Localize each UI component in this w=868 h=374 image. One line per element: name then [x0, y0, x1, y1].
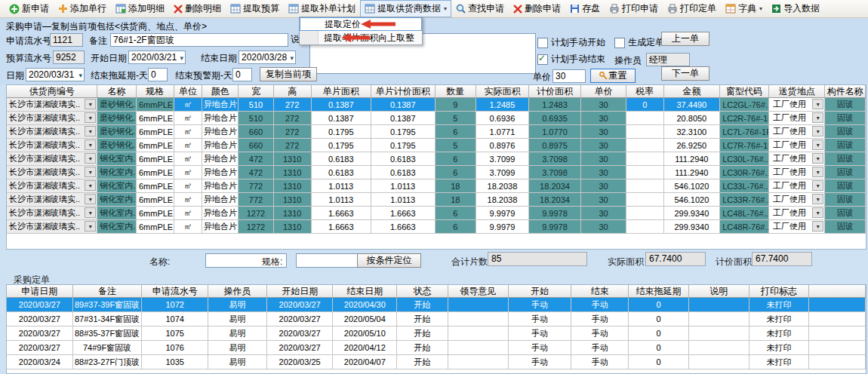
- detail-cell[interactable]: 0.6935: [529, 112, 582, 125]
- detail-row[interactable]: 长沙市潇湘玻璃实..▾钢化室内..6mmPLE...㎡异地合片77213101.…: [7, 193, 866, 207]
- detail-cell[interactable]: 钢化室内..: [97, 179, 137, 193]
- detail-cell[interactable]: 1310: [274, 207, 312, 220]
- orders-column-header[interactable]: 结束: [571, 285, 629, 298]
- detail-cell[interactable]: 6: [436, 220, 477, 234]
- chevron-down-icon[interactable]: ▾: [85, 99, 96, 109]
- orders-column-header[interactable]: 结束拖延期: [629, 285, 689, 298]
- chevron-down-icon[interactable]: ▾: [85, 112, 96, 123]
- detail-cell[interactable]: 1.0770: [529, 125, 582, 139]
- detail-cell[interactable]: 0.6183: [371, 152, 435, 166]
- order-cell[interactable]: 手动: [571, 312, 629, 326]
- orders-column-header[interactable]: 备注: [73, 285, 143, 298]
- detail-cell[interactable]: 18.2034: [529, 193, 582, 207]
- detail-cell[interactable]: 9: [436, 98, 477, 112]
- detail-cell[interactable]: 6: [436, 207, 477, 220]
- chevron-down-icon[interactable]: ▾: [812, 99, 823, 109]
- detail-cell[interactable]: 固玻: [825, 139, 866, 152]
- detail-column-header[interactable]: 税率: [626, 85, 664, 98]
- detail-cell[interactable]: 钢化室内..: [97, 152, 137, 166]
- detail-row[interactable]: 长沙市潇湘玻璃实..▾钢化室内..6mmPLE...㎡异地合片47213100.…: [7, 152, 866, 166]
- detail-cell[interactable]: 1310: [274, 179, 312, 193]
- detail-cell[interactable]: 30: [581, 125, 626, 139]
- orders-column-header[interactable]: 操作员: [208, 285, 267, 298]
- detail-cell[interactable]: ㎡: [174, 112, 203, 125]
- detail-column-header[interactable]: 宽: [239, 85, 274, 98]
- chevron-down-icon[interactable]: ▾: [85, 139, 96, 150]
- detail-cell[interactable]: 工厂使用▾: [769, 166, 826, 179]
- detail-column-header[interactable]: 送货地点: [769, 85, 826, 98]
- detail-cell[interactable]: 5: [436, 139, 477, 152]
- detail-column-header[interactable]: 金额: [664, 85, 721, 98]
- order-cell[interactable]: 1074: [142, 312, 208, 326]
- detail-cell[interactable]: 18.2038: [476, 193, 529, 207]
- detail-column-header[interactable]: 单价: [581, 85, 626, 98]
- detail-cell[interactable]: [626, 179, 664, 193]
- detail-cell[interactable]: ㎡: [174, 166, 203, 179]
- detail-cell[interactable]: 6mmPLE...: [137, 207, 174, 220]
- order-cell[interactable]: 0: [629, 341, 689, 355]
- detail-column-header[interactable]: 单位: [174, 85, 203, 98]
- toolbar-button-3[interactable]: 添加明细: [111, 0, 169, 17]
- order-row[interactable]: 2020/03/2488#23-27F门顶玻1035易明2020/03/2520…: [7, 355, 866, 369]
- order-cell[interactable]: 手动: [571, 355, 629, 369]
- unit-price-input[interactable]: [553, 69, 586, 83]
- detail-cell[interactable]: [626, 220, 664, 234]
- detail-cell[interactable]: 6mmPLE...: [137, 112, 174, 125]
- chevron-down-icon[interactable]: ▾: [812, 207, 823, 218]
- order-cell[interactable]: 2020/03/27: [267, 326, 334, 341]
- detail-column-header[interactable]: 单片面积: [312, 85, 372, 98]
- checkbox-plan-manual-end[interactable]: 计划手动结束: [537, 53, 605, 66]
- order-cell[interactable]: [809, 298, 866, 312]
- detail-cell[interactable]: 272: [274, 112, 312, 125]
- detail-cell[interactable]: 1.6663: [312, 207, 372, 220]
- delay-input[interactable]: 0: [148, 68, 168, 81]
- detail-column-header[interactable]: 数量: [436, 85, 477, 98]
- order-cell[interactable]: [809, 326, 866, 341]
- detail-cell[interactable]: 30: [581, 193, 626, 207]
- detail-cell[interactable]: 3.7098: [529, 152, 582, 166]
- toolbar-button-1[interactable]: 新申请: [5, 0, 54, 17]
- order-cell[interactable]: 2020/03/24: [7, 355, 73, 369]
- detail-cell[interactable]: 长沙市潇湘玻璃实..▾: [7, 98, 97, 112]
- order-cell[interactable]: 易明: [208, 298, 267, 312]
- detail-cell[interactable]: 异地合片: [202, 166, 239, 179]
- order-cell[interactable]: 2020/03/25: [267, 355, 334, 369]
- detail-row[interactable]: 长沙市潇湘玻璃实..▾钢化室内..6mmPLE...㎡异地合片127213101…: [7, 207, 866, 220]
- order-cell[interactable]: 1076: [142, 341, 208, 355]
- detail-cell[interactable]: 546.1020: [664, 179, 721, 193]
- detail-cell[interactable]: LC2GL-76#..: [720, 98, 769, 112]
- detail-cell[interactable]: 30: [581, 112, 626, 125]
- chevron-down-icon[interactable]: ▾: [812, 126, 823, 136]
- detail-cell[interactable]: 0.8976: [476, 139, 529, 152]
- order-cell[interactable]: 未打印: [749, 326, 810, 341]
- detail-cell[interactable]: ㎡: [174, 193, 203, 207]
- detail-cell[interactable]: 1310: [274, 220, 312, 234]
- detail-cell[interactable]: 异地合片: [202, 98, 239, 112]
- chevron-down-icon[interactable]: ▾: [812, 139, 823, 150]
- detail-cell[interactable]: LC33L-76#..: [720, 179, 769, 193]
- toolbar-button-6[interactable]: 提取补单计划: [284, 0, 360, 17]
- detail-cell[interactable]: 1310: [274, 166, 312, 179]
- detail-cell[interactable]: 固玻: [825, 98, 866, 112]
- order-cell[interactable]: 手动: [509, 312, 572, 326]
- detail-cell[interactable]: 30: [581, 220, 626, 234]
- orders-column-header[interactable]: 说明: [689, 285, 749, 298]
- order-cell[interactable]: 2020/03/27: [7, 326, 73, 341]
- detail-cell[interactable]: 30: [581, 207, 626, 220]
- order-cell[interactable]: [689, 326, 749, 341]
- detail-cell[interactable]: [626, 166, 664, 179]
- detail-cell[interactable]: 772: [239, 179, 274, 193]
- orders-column-header[interactable]: 状态: [397, 285, 448, 298]
- order-cell[interactable]: 开始: [397, 298, 448, 312]
- order-cell[interactable]: [448, 312, 509, 326]
- detail-cell[interactable]: 0.8975: [529, 139, 582, 152]
- checkbox-generate-order[interactable]: 生成定单: [614, 36, 664, 49]
- detail-cell[interactable]: 固玻: [825, 179, 866, 193]
- orders-column-header[interactable]: [809, 285, 866, 298]
- order-cell[interactable]: 2020/03/27: [7, 298, 73, 312]
- detail-cell[interactable]: [626, 125, 664, 139]
- orders-column-header[interactable]: 申请流水号: [142, 285, 208, 298]
- detail-cell[interactable]: 钢化室内..: [97, 220, 137, 234]
- detail-cell[interactable]: [626, 139, 664, 152]
- detail-cell[interactable]: 磨砂钢化..: [97, 125, 137, 139]
